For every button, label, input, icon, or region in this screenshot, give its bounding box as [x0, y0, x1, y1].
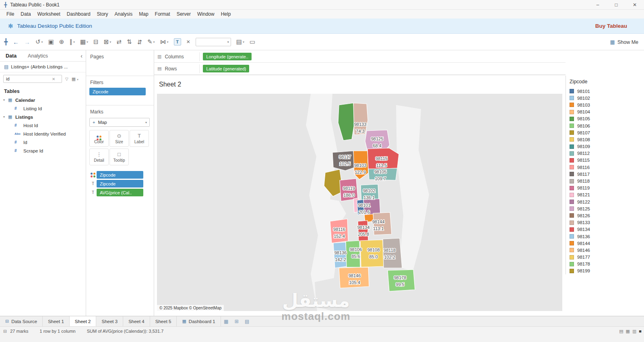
view-toggle-icon[interactable]: ▦ — [626, 329, 630, 334]
chevron-down-icon[interactable]: ▾ — [3, 115, 8, 119]
show-mark-labels-button[interactable]: T — [174, 38, 181, 45]
menu-help[interactable]: Help — [218, 11, 234, 17]
back-button[interactable]: ← — [13, 39, 19, 45]
field-item[interactable]: AbcHost Identity Verified — [0, 130, 86, 138]
tooltip-button[interactable]: □Tooltip — [109, 148, 129, 165]
duplicate-button[interactable]: ⊟ — [93, 38, 99, 45]
filters-shelf[interactable]: Filters Zipcode — [86, 76, 154, 105]
show-cards-button[interactable]: ▤▾ — [236, 38, 244, 45]
legend-item-98104[interactable]: 98104 — [566, 109, 644, 115]
pill-zipcode[interactable]: Zipcode — [97, 180, 143, 187]
legend-item-98107[interactable]: 98107 — [566, 129, 644, 136]
label-button[interactable]: TLabel — [130, 130, 149, 147]
menu-data[interactable]: Data — [17, 11, 34, 17]
minimize-button[interactable]: – — [588, 0, 607, 10]
tab-sheet-3[interactable]: Sheet 3 — [96, 316, 123, 326]
clear-search-icon[interactable]: ✕ — [52, 77, 55, 81]
chevron-down-icon[interactable]: ▾ — [3, 98, 8, 102]
detail-button[interactable]: ⋮Detail — [89, 148, 109, 165]
zip-region-98136[interactable] — [333, 242, 347, 268]
show-me-button[interactable]: ▦ Show Me — [610, 34, 638, 50]
group-button[interactable]: ⋈▾ — [160, 38, 169, 45]
pill-zipcode[interactable]: Zipcode — [97, 171, 143, 179]
legend-item-98116[interactable]: 98116 — [566, 164, 644, 171]
save-button[interactable]: ▣ — [48, 38, 54, 45]
table-item-listings[interactable]: ▾▦Listings — [0, 113, 86, 121]
tab-data[interactable]: Data — [0, 53, 22, 59]
tableau-logo-icon[interactable]: ╋ — [4, 38, 8, 45]
view-toggle-icon[interactable]: ▥ — [632, 329, 636, 334]
collapse-pane-icon[interactable]: ‹ — [80, 53, 83, 59]
legend-item-98122[interactable]: 98122 — [566, 198, 644, 205]
datasource-row[interactable]: ▤ Listings+ (Airbnb Listings ... — [0, 62, 86, 72]
pill-latitude-generated-[interactable]: Latitude (generated) — [203, 65, 249, 72]
new-worksheet-tab-button[interactable]: ▦ — [221, 316, 231, 326]
highlight-button[interactable]: ✎▾ — [147, 38, 155, 45]
legend-item-98101[interactable]: 98101 — [566, 88, 644, 95]
mark-type-dropdown[interactable]: ✦ Map ▾ — [89, 118, 150, 127]
fit-dropdown[interactable]: ▾ — [196, 38, 231, 46]
field-item[interactable]: #Id — [0, 138, 86, 146]
clear-sheet-button[interactable]: ⊠▾ — [104, 38, 111, 45]
map-view[interactable]: 9813374.39812568.498117102.598103122.998… — [157, 94, 562, 311]
zipcode-map[interactable]: 9813374.39812568.498117102.598103122.998… — [157, 94, 562, 311]
legend-item-98103[interactable]: 98103 — [566, 101, 644, 108]
add-datasource-button[interactable]: ⊕ — [59, 38, 64, 45]
tab-sheet-1[interactable]: Sheet 1 — [43, 316, 70, 326]
legend-item-98106[interactable]: 98106 — [566, 122, 644, 129]
tab-data-source[interactable]: ⊟Data Source — [0, 316, 43, 326]
columns-shelf[interactable]: ▥ Columns Longitude (generate.. — [154, 51, 566, 63]
tab-dashboard-1[interactable]: ▦Dashboard 1 — [177, 316, 221, 326]
pause-updates-button[interactable]: ∥▾ — [69, 38, 75, 45]
new-dashboard-tab-button[interactable]: ⊞ — [231, 316, 242, 326]
swap-rows-columns-button[interactable]: ⇄ — [116, 38, 122, 45]
new-worksheet-button[interactable]: ▦▾ — [80, 38, 88, 45]
menu-window[interactable]: Window — [194, 11, 218, 17]
zip-region-98134[interactable] — [358, 220, 368, 242]
menu-map[interactable]: Map — [136, 11, 151, 17]
menu-story[interactable]: Story — [94, 11, 111, 17]
color-button[interactable]: Color — [89, 130, 109, 147]
zip-region-98108[interactable] — [360, 240, 384, 267]
tab-analytics[interactable]: Analytics — [22, 53, 54, 59]
legend-item-98109[interactable]: 98109 — [566, 143, 644, 150]
menu-analysis[interactable]: Analysis — [111, 11, 136, 17]
tab-sheet-2[interactable]: Sheet 2 — [70, 316, 97, 326]
filter-fields-icon[interactable]: ▽ — [65, 77, 68, 81]
rows-shelf[interactable]: ▤ Rows Latitude (generated) — [154, 63, 566, 75]
field-item[interactable]: #Host Id — [0, 121, 86, 130]
search-input[interactable] — [4, 76, 51, 82]
legend-item-98125[interactable]: 98125 — [566, 205, 644, 212]
legend-item-98121[interactable]: 98121 — [566, 192, 644, 198]
zip-region-98118[interactable] — [383, 238, 402, 268]
legend-item-98178[interactable]: 98178 — [566, 261, 644, 268]
new-story-tab-button[interactable]: ▤ — [242, 316, 252, 326]
legend-item-98112[interactable]: 98112 — [566, 150, 644, 157]
legend-item-98119[interactable]: 98119 — [566, 185, 644, 192]
legend-item-98136[interactable]: 98136 — [566, 233, 644, 240]
table-item-calendar[interactable]: ▾▦Calendar — [0, 96, 86, 104]
pill-longitude-generate-[interactable]: Longitude (generate.. — [203, 53, 252, 60]
legend-item-98146[interactable]: 98146 — [566, 247, 644, 253]
zip-region-98117[interactable] — [332, 151, 355, 171]
legend-item-98118[interactable]: 98118 — [566, 177, 644, 184]
view-toggle-icon[interactable]: ■ — [639, 329, 642, 334]
close-button[interactable]: ✕ — [625, 0, 644, 10]
view-options-icon[interactable]: ▦ ▾ — [72, 76, 78, 82]
legend-item-98102[interactable]: 98102 — [566, 95, 644, 101]
legend-item-98117[interactable]: 98117 — [566, 171, 644, 177]
tab-sheet-5[interactable]: Sheet 5 — [150, 316, 177, 326]
field-item[interactable]: #Scrape Id — [0, 146, 86, 155]
field-item[interactable]: #Listing Id — [0, 104, 86, 113]
fix-axes-button[interactable]: ✕ — [186, 39, 190, 45]
legend-item-98126[interactable]: 98126 — [566, 212, 644, 219]
pill-zipcode[interactable]: Zipcode — [89, 88, 146, 95]
legend-item-98108[interactable]: 98108 — [566, 136, 644, 143]
legend-item-98144[interactable]: 98144 — [566, 240, 644, 247]
pages-shelf[interactable]: Pages — [86, 50, 154, 76]
sort-descending-button[interactable]: ⇅ — [137, 38, 142, 45]
pill-avg-price-cal-[interactable]: AVG(price (Cal.. — [97, 189, 143, 196]
menu-format[interactable]: Format — [152, 11, 173, 17]
view-toggle-icon[interactable]: ▤ — [619, 329, 623, 334]
zip-region-98178[interactable] — [388, 270, 415, 291]
